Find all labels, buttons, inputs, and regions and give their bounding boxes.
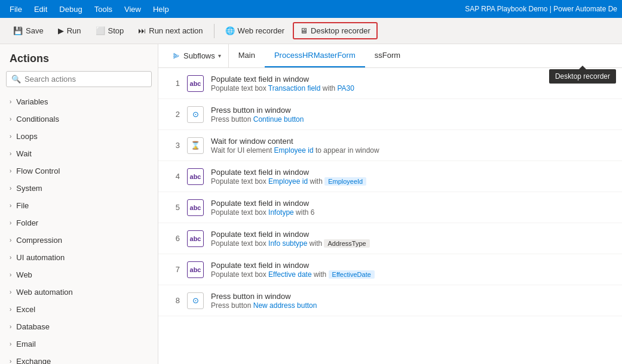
sidebar-item-label: Compression xyxy=(16,236,62,245)
step-desc: Populate text box Employee id with Emplo… xyxy=(211,177,612,186)
tabs-wrapper: ⫸ Subflows ▾ Main ProcessHRMasterForm ss… xyxy=(158,44,622,68)
sidebar-item-label: Exchange xyxy=(16,357,51,364)
step-title: Populate text field in window xyxy=(211,168,612,177)
table-row: 2 ⊙ Press button in window Press button … xyxy=(158,99,622,130)
sidebar-item-database[interactable]: › Database xyxy=(0,318,158,335)
sidebar-item-compression[interactable]: › Compression xyxy=(0,232,158,249)
sidebar-item-exchange[interactable]: › Exchange xyxy=(0,353,158,364)
web-recorder-label: Web recorder xyxy=(238,26,285,35)
step-icon: abc xyxy=(187,199,204,216)
chevron-icon: › xyxy=(10,168,11,174)
step-desc: Populate text box Infotype with 6 xyxy=(211,208,612,217)
menu-tools[interactable]: Tools xyxy=(90,2,117,16)
run-next-button[interactable]: ⏭ Run next action xyxy=(132,23,209,38)
tab-main[interactable]: Main xyxy=(229,44,265,67)
step-number: 2 xyxy=(168,110,180,119)
step-content: Populate text field in window Populate t… xyxy=(211,230,612,248)
chevron-icon: › xyxy=(10,133,11,140)
chevron-icon: › xyxy=(10,358,11,364)
sidebar-item-web[interactable]: › Web xyxy=(0,266,158,283)
search-box[interactable]: 🔍 xyxy=(6,71,152,87)
step-number: 1 xyxy=(168,79,180,88)
sidebar-item-variables[interactable]: › Variables xyxy=(0,93,158,110)
step-number: 8 xyxy=(168,296,180,305)
content-area: ⫸ Subflows ▾ Main ProcessHRMasterForm ss… xyxy=(158,44,622,364)
sidebar-item-label: Conditionals xyxy=(16,115,59,124)
chevron-icon: › xyxy=(10,323,11,330)
step-icon: ⌛ xyxy=(187,137,204,154)
tab-ssform[interactable]: ssForm xyxy=(365,44,410,67)
table-row: 5 abc Populate text field in window Popu… xyxy=(158,192,622,223)
step-icon: abc xyxy=(187,75,204,92)
search-icon: 🔍 xyxy=(11,75,21,84)
table-row: 4 abc Populate text field in window Popu… xyxy=(158,161,622,192)
sidebar-item-wait[interactable]: › Wait xyxy=(0,145,158,162)
step-title: Press button in window xyxy=(211,292,612,301)
step-content: Press button in window Press button Cont… xyxy=(211,106,612,124)
sidebar-item-system[interactable]: › System xyxy=(0,180,158,197)
stop-button[interactable]: ⬜ Stop xyxy=(90,23,130,38)
desktop-recorder-icon: 🖥 xyxy=(300,26,308,35)
step-number: 7 xyxy=(168,265,180,274)
step-desc: Wait for UI element Employee id to appea… xyxy=(211,146,612,155)
run-button[interactable]: ▶ Run xyxy=(52,23,87,38)
menu-debug[interactable]: Debug xyxy=(54,2,87,16)
sidebar-item-file[interactable]: › File xyxy=(0,197,158,214)
flow-steps: 1 abc Populate text field in window Popu… xyxy=(158,68,622,364)
step-content: Populate text field in window Populate t… xyxy=(211,199,612,217)
tab-process-hr[interactable]: ProcessHRMasterForm xyxy=(265,44,365,67)
run-next-label: Run next action xyxy=(149,26,203,35)
save-button[interactable]: 💾 Save xyxy=(7,23,50,38)
sidebar-item-loops[interactable]: › Loops xyxy=(0,128,158,145)
chevron-icon: › xyxy=(10,289,11,295)
chevron-icon: › xyxy=(10,237,11,243)
step-icon: abc xyxy=(187,230,204,247)
sidebar-item-label: System xyxy=(16,184,42,193)
separator xyxy=(214,24,215,38)
sidebar-item-flow-control[interactable]: › Flow Control xyxy=(0,162,158,180)
menu-file[interactable]: File xyxy=(5,2,27,16)
web-recorder-button[interactable]: 🌐 Web recorder xyxy=(219,23,291,38)
sidebar-item-label: Variables xyxy=(16,97,48,106)
step-desc: Press button Continue button xyxy=(211,115,612,124)
step-content: Populate text field in window Populate t… xyxy=(211,261,612,279)
stop-label: Stop xyxy=(108,26,124,35)
sidebar-item-excel[interactable]: › Excel xyxy=(0,301,158,318)
subflows-button[interactable]: ⫸ Subflows ▾ xyxy=(166,44,229,67)
tooltip-arrow xyxy=(579,66,586,69)
sidebar-item-web-automation[interactable]: › Web automation xyxy=(0,283,158,301)
desktop-recorder-button[interactable]: 🖥 Desktop recorder xyxy=(293,22,378,39)
sidebar-item-ui-automation[interactable]: › UI automation xyxy=(0,249,158,266)
step-icon: abc xyxy=(187,261,204,278)
sidebar-item-label: Flow Control xyxy=(16,166,60,175)
desktop-recorder-tooltip-container: Desktop recorder xyxy=(549,69,616,84)
tabs-container: ⫸ Subflows ▾ Main ProcessHRMasterForm ss… xyxy=(158,44,622,68)
step-icon: ⊙ xyxy=(187,292,204,309)
toolbar: 💾 Save ▶ Run ⬜ Stop ⏭ Run next action 🌐 … xyxy=(0,18,622,44)
chevron-icon: › xyxy=(10,185,11,192)
step-number: 4 xyxy=(168,172,180,181)
chevron-icon: › xyxy=(10,341,11,347)
sidebar-item-conditionals[interactable]: › Conditionals xyxy=(0,110,158,128)
sidebar-item-folder[interactable]: › Folder xyxy=(0,214,158,232)
sidebar-item-label: Wait xyxy=(16,149,32,158)
menu-help[interactable]: Help xyxy=(148,2,174,16)
step-title: Populate text field in window xyxy=(211,261,612,270)
step-desc: Populate text box Effective date with Ef… xyxy=(211,270,612,279)
menu-view[interactable]: View xyxy=(120,2,146,16)
subflows-label: Subflows xyxy=(183,51,215,60)
chevron-icon: › xyxy=(10,116,11,122)
sidebar-item-label: Web automation xyxy=(16,288,72,297)
step-number: 5 xyxy=(168,203,180,212)
menu-edit[interactable]: Edit xyxy=(29,2,52,16)
step-desc: Populate text box Info subtype with Addr… xyxy=(211,239,612,248)
chevron-icon: › xyxy=(10,220,11,226)
search-input[interactable] xyxy=(24,75,146,84)
table-row: 7 abc Populate text field in window Popu… xyxy=(158,254,622,285)
step-desc: Populate text box Transaction field with… xyxy=(211,84,612,92)
step-icon: abc xyxy=(187,168,204,185)
save-label: Save xyxy=(26,26,44,35)
sidebar-item-email[interactable]: › Email xyxy=(0,335,158,353)
sidebar-item-label: Loops xyxy=(16,132,37,141)
sidebar-item-label: Excel xyxy=(16,305,35,314)
